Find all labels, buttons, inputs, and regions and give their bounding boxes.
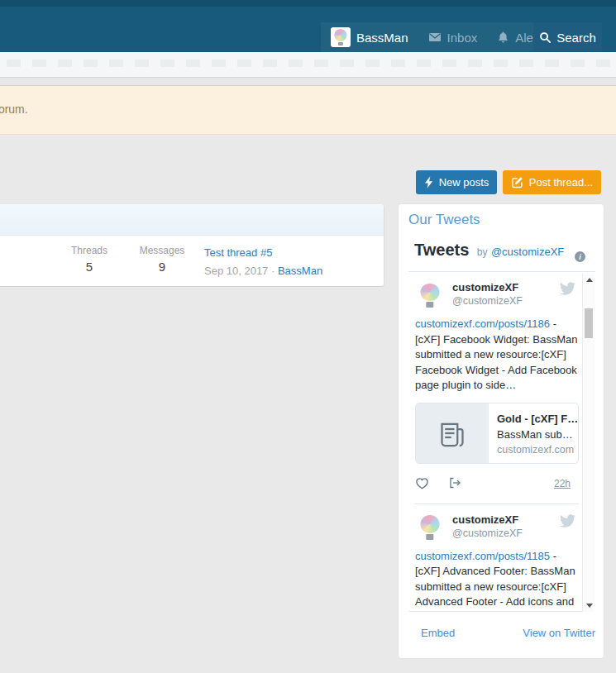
twitter-bird-icon[interactable] <box>560 514 575 531</box>
notice-text: forum. <box>0 103 28 116</box>
last-post: Test thread #5 Sep 10, 2017 · BassMan <box>204 245 322 277</box>
triangle-down-icon <box>586 604 593 608</box>
tweet-list: customizeXF @customizeXF customizexf.com… <box>408 272 582 612</box>
scroll-up-button[interactable] <box>583 274 595 286</box>
link-card-domain: customizexf.com <box>497 444 571 456</box>
view-on-twitter-link[interactable]: View on Twitter <box>523 627 595 639</box>
timeline-footer: Embed View on Twitter <box>408 622 595 647</box>
bell-icon <box>497 31 509 44</box>
widget-title: Our Tweets <box>408 212 480 228</box>
tweet: customizeXF @customizeXF customizexf.com… <box>408 272 582 504</box>
tweet-actions: 22h <box>415 476 579 493</box>
timeline-by-label: by <box>477 246 488 258</box>
link-card-title: Gold - [cXF] F… <box>497 413 571 425</box>
our-tweets-widget: Our Tweets Tweets by @customizeXF i cust… <box>398 203 604 659</box>
messages-label: Messages <box>132 245 192 256</box>
header-top-strip <box>0 0 616 7</box>
user-name: BassMan <box>356 31 408 45</box>
tweet-text: customizexf.com/posts/1185 - [cXF] Advan… <box>415 549 579 613</box>
like-icon[interactable] <box>415 476 429 493</box>
tweet-author-name[interactable]: customizeXF <box>452 513 523 527</box>
tweet-author-handle: @customizeXF <box>452 294 523 308</box>
threads-label: Threads <box>62 245 117 256</box>
search-tab[interactable]: Search <box>533 22 602 52</box>
threads-stat: Threads 5 <box>62 245 117 274</box>
new-posts-label: New posts <box>439 176 489 189</box>
share-icon[interactable] <box>448 476 462 493</box>
threads-value: 5 <box>62 260 117 274</box>
new-posts-button[interactable]: New posts <box>416 170 497 194</box>
last-post-author-link[interactable]: BassMan <box>278 265 322 277</box>
compose-icon <box>511 176 523 189</box>
link-card-description: BassMan sub… <box>497 428 571 441</box>
tweet-avatar[interactable] <box>415 280 445 310</box>
info-icon[interactable]: i <box>575 251 585 262</box>
nav-inbox[interactable]: Inbox <box>428 31 478 45</box>
divider-band <box>0 77 616 86</box>
forum-node-block: Threads 5 Messages 9 Test thread #5 Sep … <box>0 204 384 287</box>
post-thread-label: Post thread... <box>529 176 593 189</box>
lightning-icon <box>424 176 433 189</box>
link-preview-card[interactable]: Gold - [cXF] F… BassMan sub… customizexf… <box>415 403 579 464</box>
forum-node-body: Threads 5 Messages 9 Test thread #5 Sep … <box>0 236 384 285</box>
page: BassMan Inbox Alerts Search <box>0 0 616 673</box>
embed-link[interactable]: Embed <box>421 627 455 639</box>
scrollbar-thumb[interactable] <box>585 308 593 338</box>
scroll-down-button[interactable] <box>583 599 595 612</box>
search-label: Search <box>556 31 596 45</box>
link-card-thumbnail <box>416 403 489 463</box>
tweet-link[interactable]: customizexf.com/posts/1185 <box>415 550 550 562</box>
timeline-account-link[interactable]: @customizeXF <box>491 246 564 258</box>
tweet-author-handle: @customizeXF <box>452 527 523 541</box>
tweet-link[interactable]: customizexf.com/posts/1186 <box>415 317 550 330</box>
messages-stat: Messages 9 <box>132 245 192 274</box>
timeline-scrollbar[interactable] <box>582 274 595 612</box>
last-post-meta: Sep 10, 2017 · BassMan <box>204 265 322 277</box>
account-menu[interactable]: BassMan <box>331 27 408 47</box>
sub-navigation-strip <box>0 52 616 77</box>
messages-value: 9 <box>132 260 192 274</box>
search-icon <box>539 31 552 44</box>
user-avatar[interactable] <box>331 27 351 47</box>
newspaper-icon <box>436 417 469 450</box>
last-post-date: Sep 10, 2017 · <box>204 265 275 277</box>
post-thread-button[interactable]: Post thread... <box>503 170 601 194</box>
tweet-author-name[interactable]: customizeXF <box>452 280 523 294</box>
nav-inbox-label: Inbox <box>447 31 478 45</box>
tweet-avatar[interactable] <box>415 513 445 542</box>
tweet-timestamp[interactable]: 22h <box>554 478 571 489</box>
twitter-bird-icon[interactable] <box>560 282 575 298</box>
header: BassMan Inbox Alerts Search <box>0 0 616 52</box>
tweet-text: customizexf.com/posts/1186 - [cXF] Faceb… <box>415 317 579 394</box>
tweet-head: customizeXF @customizeXF <box>415 280 579 310</box>
triangle-up-icon <box>586 278 593 282</box>
forum-node-header <box>0 204 384 236</box>
visitor-tabs: BassMan Inbox Alerts <box>321 22 557 52</box>
twitter-timeline-header: Tweets by @customizeXF <box>414 241 590 265</box>
envelope-icon <box>428 31 442 44</box>
timeline-title: Tweets <box>414 241 469 259</box>
notice-bar: forum. <box>0 86 616 135</box>
tweet: customizeXF @customizeXF customizexf.com… <box>408 504 582 613</box>
link-card-body: Gold - [cXF] F… BassMan sub… customizexf… <box>489 403 578 463</box>
tweet-head: customizeXF @customizeXF <box>415 513 579 542</box>
last-thread-link[interactable]: Test thread #5 <box>204 246 272 259</box>
